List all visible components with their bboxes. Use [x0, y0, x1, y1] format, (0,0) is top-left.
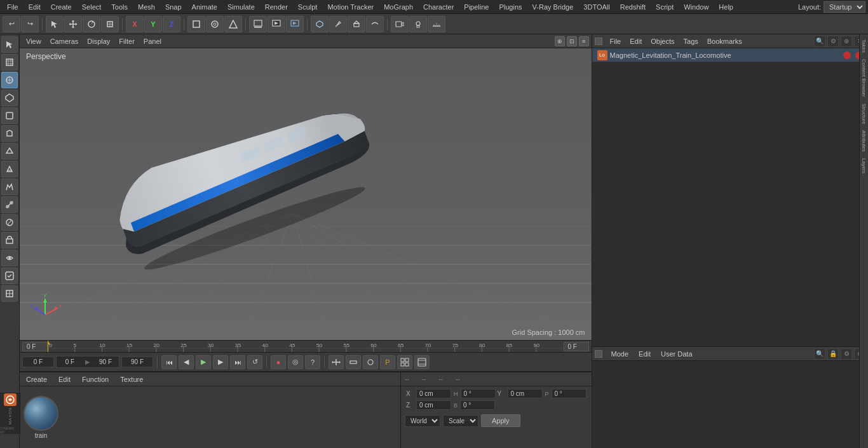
key-pb-button[interactable]: P — [380, 355, 395, 369]
world-mode-button[interactable] — [206, 16, 224, 32]
attr-user-data[interactable]: User Data — [657, 350, 696, 358]
playback-end-field[interactable] — [93, 357, 118, 367]
attr-mode[interactable]: Mode — [607, 350, 633, 358]
tab-attributes[interactable]: Attributes — [860, 128, 867, 154]
attr-settings-icon[interactable]: ⚙ — [841, 348, 852, 360]
extrude-button[interactable] — [348, 16, 365, 32]
obj-settings-icon[interactable]: ⚙ — [827, 36, 839, 47]
menu-redshift[interactable]: Redshift — [616, 2, 650, 12]
left-tool-1[interactable] — [1, 54, 18, 71]
viewport-icon-btn-3[interactable]: ≡ — [579, 36, 589, 46]
viewport-menu-panel[interactable]: Panel — [140, 36, 165, 46]
film-pb-button[interactable] — [414, 355, 430, 369]
render-button[interactable] — [286, 16, 304, 32]
viewport-menu-view[interactable]: View — [22, 36, 45, 46]
menu-snap[interactable]: Snap — [161, 2, 186, 12]
move-pb-button[interactable] — [329, 355, 344, 369]
menu-window[interactable]: Window — [679, 2, 713, 12]
obj-menu-edit[interactable]: Edit — [626, 37, 646, 46]
step-forward-button[interactable]: ▶ — [213, 355, 228, 369]
menu-motion-tracker[interactable]: Motion Tracker — [323, 2, 378, 12]
left-tool-13[interactable] — [1, 268, 18, 284]
3d-viewport[interactable]: X Y Z Perspective Grid Spacing : 1000 cm — [20, 48, 592, 340]
playback-current-field[interactable] — [57, 357, 83, 367]
coord-x-rot-input[interactable] — [461, 389, 496, 398]
z-axis-button[interactable]: Z — [163, 16, 180, 32]
timeline-start-frame[interactable]: 0 F — [22, 342, 48, 351]
layout-dropdown[interactable]: Startup — [824, 1, 865, 13]
mat-menu-create[interactable]: Create — [22, 374, 51, 384]
viewport-icon-btn-1[interactable]: ⊕ — [555, 36, 565, 46]
pivot-button[interactable] — [224, 16, 242, 32]
viewport-menu-filter[interactable]: Filter — [115, 36, 138, 46]
menu-select[interactable]: Select — [78, 2, 106, 12]
mat-menu-edit[interactable]: Edit — [55, 374, 74, 384]
camera-button[interactable] — [391, 16, 409, 32]
coord-y-pos-input[interactable] — [508, 389, 543, 398]
menu-character[interactable]: Character — [419, 2, 458, 12]
tab-structure[interactable]: Structure — [860, 101, 867, 126]
obj-search-icon[interactable]: 🔍 — [814, 36, 825, 47]
left-tool-12[interactable] — [1, 250, 18, 266]
loop-button[interactable]: ↺ — [247, 355, 262, 369]
menu-pipeline[interactable]: Pipeline — [459, 2, 493, 12]
playback-start-field[interactable] — [22, 356, 54, 367]
goto-end-button[interactable]: ⏭ — [230, 355, 245, 369]
attr-edit[interactable]: Edit — [635, 350, 654, 358]
object-row-train[interactable]: Lo Magnetic_Levitation_Train_Locomotive — [592, 48, 868, 62]
left-tool-0[interactable] — [1, 36, 18, 53]
left-tool-7[interactable] — [1, 161, 18, 177]
viewport-icon-btn-2[interactable]: ⊡ — [567, 36, 577, 46]
redo-button[interactable]: ↪ — [21, 16, 39, 32]
menu-mesh[interactable]: Mesh — [133, 2, 159, 12]
menu-script[interactable]: Script — [651, 2, 678, 12]
deformer-button[interactable] — [366, 16, 384, 32]
menu-vray[interactable]: V-Ray Bridge — [528, 2, 578, 12]
pen-button[interactable] — [329, 16, 347, 32]
light-button[interactable] — [409, 16, 427, 32]
material-item-train[interactable]: train — [22, 395, 60, 440]
menu-edit[interactable]: Edit — [24, 2, 45, 12]
left-tool-6[interactable] — [1, 143, 18, 160]
y-axis-button[interactable]: Y — [144, 16, 162, 32]
menu-3dtoall[interactable]: 3DTOAll — [579, 2, 614, 12]
left-tool-3[interactable] — [1, 90, 18, 106]
tab-takes[interactable]: Takes — [860, 37, 867, 55]
apply-button[interactable]: Apply — [481, 414, 520, 427]
object-visibility-dot[interactable] — [843, 51, 851, 59]
grid-pb-button[interactable] — [397, 355, 412, 369]
attr-lock-icon[interactable]: 🔒 — [827, 348, 839, 360]
left-tool-5[interactable] — [1, 125, 18, 142]
attr-search-icon[interactable]: 🔍 — [814, 348, 825, 360]
menu-help[interactable]: Help — [714, 2, 738, 12]
autokey-button[interactable]: ◎ — [288, 355, 303, 369]
tab-content-browser[interactable]: Content Browser — [860, 57, 867, 100]
help-button[interactable]: ? — [305, 355, 320, 369]
left-tool-8[interactable] — [1, 179, 18, 195]
select-tool-button[interactable] — [46, 16, 64, 32]
obj-menu-bookmarks[interactable]: Bookmarks — [703, 37, 746, 46]
x-axis-button[interactable]: X — [126, 16, 144, 32]
menu-create[interactable]: Create — [46, 2, 76, 12]
obj-mode-button[interactable] — [187, 16, 205, 32]
world-dropdown[interactable]: World — [405, 415, 440, 427]
undo-button[interactable]: ↩ — [3, 16, 20, 32]
menu-file[interactable]: File — [3, 2, 23, 12]
mat-menu-function[interactable]: Function — [78, 374, 112, 384]
menu-mograph[interactable]: MoGraph — [379, 2, 417, 12]
mat-menu-texture[interactable]: Texture — [116, 374, 147, 384]
left-tool-2[interactable] — [1, 72, 18, 88]
viewport-menu-cameras[interactable]: Cameras — [46, 36, 83, 46]
menu-plugins[interactable]: Plugins — [494, 2, 526, 12]
tab-layers[interactable]: Layers — [860, 156, 867, 176]
left-tool-4[interactable] — [1, 107, 18, 124]
left-tool-11[interactable] — [1, 232, 18, 248]
rotate-pb-button[interactable] — [363, 355, 378, 369]
left-tool-14[interactable] — [1, 285, 18, 302]
obj-expand-icon[interactable]: ⊕ — [841, 36, 852, 47]
cube-button[interactable] — [311, 16, 329, 32]
left-tool-9[interactable] — [1, 196, 18, 213]
obj-menu-tags[interactable]: Tags — [680, 37, 702, 46]
menu-animate[interactable]: Animate — [187, 2, 222, 12]
playback-play-end-field[interactable] — [121, 356, 153, 367]
